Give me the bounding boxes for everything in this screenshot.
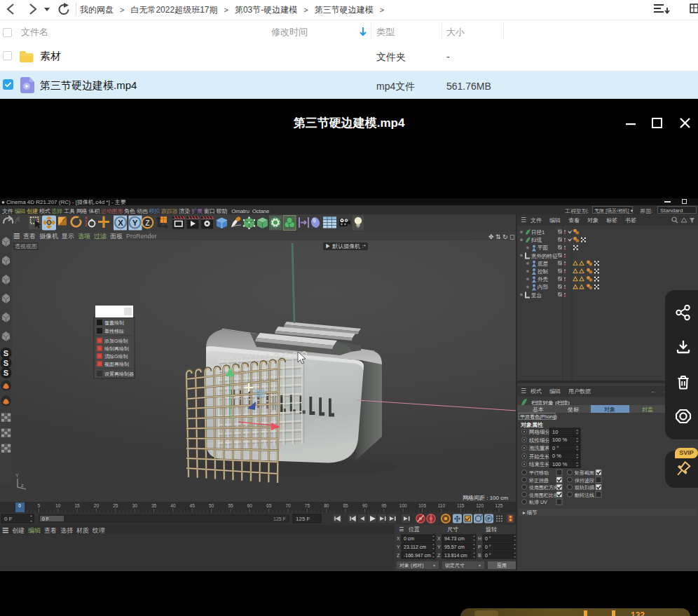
svg-text:30: 30 (132, 503, 138, 508)
svg-text:10: 10 (552, 429, 558, 435)
svg-text:65: 65 (266, 503, 272, 508)
svg-text:P: P (478, 545, 481, 549)
svg-text:110: 110 (438, 503, 446, 508)
svg-text:0 °: 0 ° (552, 445, 559, 451)
svg-text:▾: ▾ (479, 563, 481, 568)
svg-text:Z: Z (21, 484, 24, 488)
svg-text:覆盖绘制: 覆盖绘制 (104, 320, 124, 326)
svg-text:H: H (478, 536, 481, 541)
svg-text:使用围栏方向: 使用围栏方向 (529, 484, 559, 491)
svg-text:60: 60 (247, 503, 253, 508)
svg-text:编辑: 编辑 (549, 388, 561, 395)
svg-text:0 °: 0 ° (485, 553, 491, 558)
svg-text:25: 25 (113, 503, 118, 508)
svg-text:外壳: 外壳 (538, 276, 549, 282)
svg-text:S: S (4, 359, 8, 367)
svg-text:S: S (4, 349, 8, 357)
svg-text:对象: 对象 (587, 217, 598, 224)
svg-text:B: B (478, 553, 481, 558)
svg-text:封盖: 封盖 (642, 406, 653, 413)
svg-text:清除G绘制: 清除G绘制 (104, 354, 128, 360)
svg-text:20: 20 (94, 503, 100, 508)
svg-text:矫正扭曲: 矫正扭曲 (529, 478, 549, 484)
svg-text:平滑着色(Phong): 平滑着色(Phong) (520, 414, 557, 420)
svg-text:矩形截面: 矩形截面 (575, 470, 594, 476)
svg-text:115: 115 (457, 503, 465, 508)
svg-text:Z: Z (437, 553, 441, 558)
svg-text:基本: 基本 (533, 406, 544, 413)
svg-text:网格细分: 网格细分 (529, 429, 551, 435)
svg-text:锁定尺寸: 锁定尺寸 (444, 563, 465, 568)
svg-text:5: 5 (38, 503, 41, 508)
svg-text:50: 50 (209, 503, 214, 508)
svg-text:85: 85 (343, 503, 348, 508)
svg-text:查看: 查看 (568, 217, 580, 224)
svg-text:Y: Y (437, 545, 441, 549)
svg-text:Y: Y (397, 545, 400, 549)
svg-text:105: 105 (418, 503, 426, 508)
svg-text:底层: 底层 (538, 261, 549, 267)
svg-text:对象: 对象 (604, 406, 615, 413)
svg-text:泡洗重构: 泡洗重构 (529, 445, 550, 451)
svg-text:使用围栏比例: 使用围栏比例 (529, 493, 559, 498)
svg-text:0 cm: 0 cm (404, 536, 414, 541)
svg-text:☰: ☰ (521, 388, 526, 395)
svg-text:95.57 cm: 95.57 cm (444, 545, 465, 549)
svg-text:▾: ▾ (433, 563, 435, 568)
svg-text:绘制再绘制: 绘制再绘制 (104, 346, 129, 352)
svg-text:设置再绘制器: 设置再绘制器 (104, 371, 134, 377)
svg-text:55: 55 (228, 503, 233, 508)
svg-text:☰: ☰ (399, 526, 404, 533)
svg-text:粘滞 UV: 粘滞 UV (528, 500, 547, 505)
svg-text:控制: 控制 (538, 268, 548, 275)
svg-text:75: 75 (305, 503, 310, 508)
svg-text:90: 90 (362, 503, 368, 508)
svg-text:☰: ☰ (521, 217, 526, 224)
svg-text:应用: 应用 (497, 562, 507, 568)
svg-text:对象属性: 对象属性 (520, 422, 544, 428)
svg-text:40: 40 (170, 503, 176, 508)
svg-text:0 F: 0 F (4, 516, 13, 522)
svg-text:位置: 位置 (409, 526, 420, 533)
svg-text:94.73 cm: 94.73 cm (444, 536, 465, 541)
svg-text:平面: 平面 (538, 245, 549, 251)
svg-text:70: 70 (285, 503, 291, 508)
svg-text:书签: 书签 (625, 217, 636, 224)
svg-text:125 F: 125 F (296, 516, 310, 522)
svg-text:15: 15 (74, 503, 80, 508)
svg-text:0 °: 0 ° (485, 536, 491, 541)
svg-text:Z: Z (397, 553, 400, 558)
svg-text:80: 80 (324, 503, 329, 508)
svg-text:0 %: 0 % (552, 453, 561, 459)
svg-text:结束生长: 结束生长 (528, 461, 550, 467)
svg-text:23.112 cm: 23.112 cm (404, 545, 426, 549)
svg-text:视图再绘制: 视图再绘制 (104, 362, 129, 367)
svg-text:S: S (4, 369, 8, 377)
svg-text:平行移动: 平行移动 (529, 470, 549, 476)
svg-text:添加G绘制: 添加G绘制 (104, 338, 128, 344)
svg-text:X: X (397, 536, 400, 541)
svg-text:120: 120 (476, 503, 484, 508)
svg-text:保持波段: 保持波段 (575, 478, 594, 484)
svg-text:100 %: 100 % (552, 461, 568, 467)
svg-text:至台: 至台 (531, 292, 542, 299)
svg-text:45: 45 (190, 503, 196, 508)
svg-text:13.814 cm: 13.814 cm (444, 553, 467, 558)
svg-text:Y: Y (132, 219, 138, 227)
svg-text:X: X (437, 536, 441, 541)
svg-text:Z: Z (145, 219, 150, 227)
svg-text:95: 95 (381, 503, 387, 508)
svg-text:对象 (相对): 对象 (相对) (399, 563, 424, 568)
svg-text:扫琉: 扫琉 (531, 237, 542, 243)
svg-text:坐标: 坐标 (567, 406, 579, 413)
svg-text:100: 100 (399, 503, 407, 508)
svg-text:0 F: 0 F (42, 516, 49, 521)
svg-text:用户数据: 用户数据 (568, 388, 591, 395)
svg-text:P: P (487, 516, 491, 521)
svg-text:▸ 细节: ▸ 细节 (523, 509, 538, 516)
svg-text:意外的特征: 意外的特征 (531, 253, 558, 259)
svg-text:翻转法线: 翻转法线 (575, 493, 594, 498)
svg-text:线性细分: 线性细分 (529, 437, 551, 444)
svg-text:文件: 文件 (531, 217, 542, 224)
svg-text:编辑: 编辑 (549, 217, 561, 224)
